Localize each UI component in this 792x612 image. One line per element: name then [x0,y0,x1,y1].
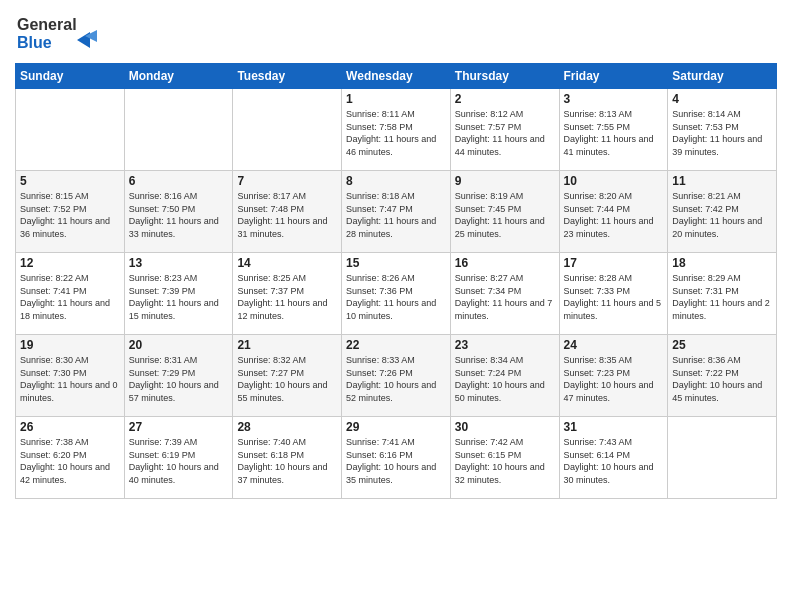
day-number: 21 [237,338,337,352]
logo: General Blue [15,10,105,55]
day-cell: 25Sunrise: 8:36 AM Sunset: 7:22 PM Dayli… [668,335,777,417]
day-info: Sunrise: 8:18 AM Sunset: 7:47 PM Dayligh… [346,190,446,240]
day-number: 28 [237,420,337,434]
svg-text:Blue: Blue [17,34,52,51]
day-cell: 7Sunrise: 8:17 AM Sunset: 7:48 PM Daylig… [233,171,342,253]
day-number: 10 [564,174,664,188]
day-info: Sunrise: 8:33 AM Sunset: 7:26 PM Dayligh… [346,354,446,404]
weekday-header-monday: Monday [124,64,233,89]
day-number: 20 [129,338,229,352]
day-info: Sunrise: 7:41 AM Sunset: 6:16 PM Dayligh… [346,436,446,486]
day-cell: 28Sunrise: 7:40 AM Sunset: 6:18 PM Dayli… [233,417,342,499]
day-info: Sunrise: 8:20 AM Sunset: 7:44 PM Dayligh… [564,190,664,240]
day-info: Sunrise: 8:32 AM Sunset: 7:27 PM Dayligh… [237,354,337,404]
weekday-header-row: SundayMondayTuesdayWednesdayThursdayFrid… [16,64,777,89]
day-cell: 5Sunrise: 8:15 AM Sunset: 7:52 PM Daylig… [16,171,125,253]
day-cell: 29Sunrise: 7:41 AM Sunset: 6:16 PM Dayli… [342,417,451,499]
day-info: Sunrise: 8:13 AM Sunset: 7:55 PM Dayligh… [564,108,664,158]
day-number: 16 [455,256,555,270]
day-info: Sunrise: 8:25 AM Sunset: 7:37 PM Dayligh… [237,272,337,322]
day-cell: 1Sunrise: 8:11 AM Sunset: 7:58 PM Daylig… [342,89,451,171]
day-number: 8 [346,174,446,188]
day-number: 30 [455,420,555,434]
day-cell: 12Sunrise: 8:22 AM Sunset: 7:41 PM Dayli… [16,253,125,335]
day-cell: 14Sunrise: 8:25 AM Sunset: 7:37 PM Dayli… [233,253,342,335]
day-cell: 26Sunrise: 7:38 AM Sunset: 6:20 PM Dayli… [16,417,125,499]
day-cell: 6Sunrise: 8:16 AM Sunset: 7:50 PM Daylig… [124,171,233,253]
day-number: 23 [455,338,555,352]
day-cell: 23Sunrise: 8:34 AM Sunset: 7:24 PM Dayli… [450,335,559,417]
day-number: 5 [20,174,120,188]
day-cell: 27Sunrise: 7:39 AM Sunset: 6:19 PM Dayli… [124,417,233,499]
day-info: Sunrise: 7:38 AM Sunset: 6:20 PM Dayligh… [20,436,120,486]
day-cell: 9Sunrise: 8:19 AM Sunset: 7:45 PM Daylig… [450,171,559,253]
day-cell: 24Sunrise: 8:35 AM Sunset: 7:23 PM Dayli… [559,335,668,417]
day-info: Sunrise: 8:35 AM Sunset: 7:23 PM Dayligh… [564,354,664,404]
week-row-4: 19Sunrise: 8:30 AM Sunset: 7:30 PM Dayli… [16,335,777,417]
day-cell: 18Sunrise: 8:29 AM Sunset: 7:31 PM Dayli… [668,253,777,335]
header: General Blue [15,10,777,55]
day-info: Sunrise: 7:39 AM Sunset: 6:19 PM Dayligh… [129,436,229,486]
day-number: 25 [672,338,772,352]
day-cell: 13Sunrise: 8:23 AM Sunset: 7:39 PM Dayli… [124,253,233,335]
day-number: 27 [129,420,229,434]
day-info: Sunrise: 8:21 AM Sunset: 7:42 PM Dayligh… [672,190,772,240]
day-cell [16,89,125,171]
day-number: 26 [20,420,120,434]
weekday-header-wednesday: Wednesday [342,64,451,89]
day-cell [233,89,342,171]
day-cell: 15Sunrise: 8:26 AM Sunset: 7:36 PM Dayli… [342,253,451,335]
day-number: 3 [564,92,664,106]
day-info: Sunrise: 8:26 AM Sunset: 7:36 PM Dayligh… [346,272,446,322]
day-number: 11 [672,174,772,188]
day-info: Sunrise: 8:17 AM Sunset: 7:48 PM Dayligh… [237,190,337,240]
day-info: Sunrise: 8:31 AM Sunset: 7:29 PM Dayligh… [129,354,229,404]
day-info: Sunrise: 8:34 AM Sunset: 7:24 PM Dayligh… [455,354,555,404]
day-cell: 22Sunrise: 8:33 AM Sunset: 7:26 PM Dayli… [342,335,451,417]
svg-text:General: General [17,16,77,33]
day-number: 14 [237,256,337,270]
day-info: Sunrise: 8:16 AM Sunset: 7:50 PM Dayligh… [129,190,229,240]
day-info: Sunrise: 7:43 AM Sunset: 6:14 PM Dayligh… [564,436,664,486]
logo-svg: General Blue [15,10,105,55]
day-number: 7 [237,174,337,188]
day-cell: 3Sunrise: 8:13 AM Sunset: 7:55 PM Daylig… [559,89,668,171]
day-cell: 19Sunrise: 8:30 AM Sunset: 7:30 PM Dayli… [16,335,125,417]
day-info: Sunrise: 8:23 AM Sunset: 7:39 PM Dayligh… [129,272,229,322]
day-info: Sunrise: 8:22 AM Sunset: 7:41 PM Dayligh… [20,272,120,322]
day-number: 24 [564,338,664,352]
day-number: 31 [564,420,664,434]
day-info: Sunrise: 7:42 AM Sunset: 6:15 PM Dayligh… [455,436,555,486]
day-info: Sunrise: 8:19 AM Sunset: 7:45 PM Dayligh… [455,190,555,240]
week-row-1: 1Sunrise: 8:11 AM Sunset: 7:58 PM Daylig… [16,89,777,171]
day-info: Sunrise: 8:11 AM Sunset: 7:58 PM Dayligh… [346,108,446,158]
day-number: 17 [564,256,664,270]
week-row-2: 5Sunrise: 8:15 AM Sunset: 7:52 PM Daylig… [16,171,777,253]
day-info: Sunrise: 8:14 AM Sunset: 7:53 PM Dayligh… [672,108,772,158]
svg-marker-2 [77,32,90,48]
day-info: Sunrise: 8:28 AM Sunset: 7:33 PM Dayligh… [564,272,664,322]
weekday-header-saturday: Saturday [668,64,777,89]
day-info: Sunrise: 8:12 AM Sunset: 7:57 PM Dayligh… [455,108,555,158]
day-info: Sunrise: 8:29 AM Sunset: 7:31 PM Dayligh… [672,272,772,322]
day-info: Sunrise: 7:40 AM Sunset: 6:18 PM Dayligh… [237,436,337,486]
page: General Blue SundayMondayTuesdayWednesda… [0,0,792,612]
day-number: 18 [672,256,772,270]
day-number: 22 [346,338,446,352]
weekday-header-thursday: Thursday [450,64,559,89]
day-info: Sunrise: 8:27 AM Sunset: 7:34 PM Dayligh… [455,272,555,322]
weekday-header-tuesday: Tuesday [233,64,342,89]
calendar: SundayMondayTuesdayWednesdayThursdayFrid… [15,63,777,499]
week-row-5: 26Sunrise: 7:38 AM Sunset: 6:20 PM Dayli… [16,417,777,499]
day-cell: 31Sunrise: 7:43 AM Sunset: 6:14 PM Dayli… [559,417,668,499]
day-cell: 20Sunrise: 8:31 AM Sunset: 7:29 PM Dayli… [124,335,233,417]
day-cell [668,417,777,499]
week-row-3: 12Sunrise: 8:22 AM Sunset: 7:41 PM Dayli… [16,253,777,335]
day-number: 15 [346,256,446,270]
day-cell: 8Sunrise: 8:18 AM Sunset: 7:47 PM Daylig… [342,171,451,253]
day-number: 12 [20,256,120,270]
day-number: 4 [672,92,772,106]
day-number: 9 [455,174,555,188]
day-number: 19 [20,338,120,352]
day-number: 13 [129,256,229,270]
